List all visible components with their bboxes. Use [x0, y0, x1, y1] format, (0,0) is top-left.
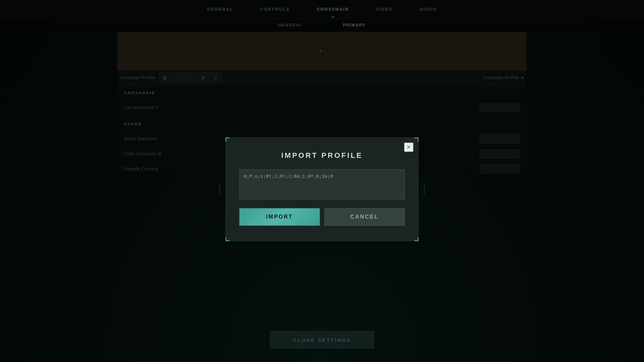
corner-decoration-br — [415, 237, 419, 241]
import-confirm-button[interactable]: IMPORT — [239, 208, 320, 226]
side-dots-right — [424, 184, 425, 194]
corner-decoration-tr — [415, 137, 419, 141]
cancel-button[interactable]: CANCEL — [324, 208, 405, 226]
import-profile-modal: ✕ IMPORT PROFILE IMPORT CANCEL — [226, 137, 419, 241]
side-dots-left — [219, 184, 220, 194]
modal-title: IMPORT PROFILE — [239, 151, 405, 160]
close-icon: ✕ — [406, 143, 411, 151]
corner-decoration-tl — [226, 137, 230, 141]
import-code-textarea[interactable] — [239, 169, 405, 199]
modal-buttons: IMPORT CANCEL — [239, 208, 405, 226]
modal-close-button[interactable]: ✕ — [404, 142, 414, 152]
corner-decoration-bl — [226, 237, 230, 241]
